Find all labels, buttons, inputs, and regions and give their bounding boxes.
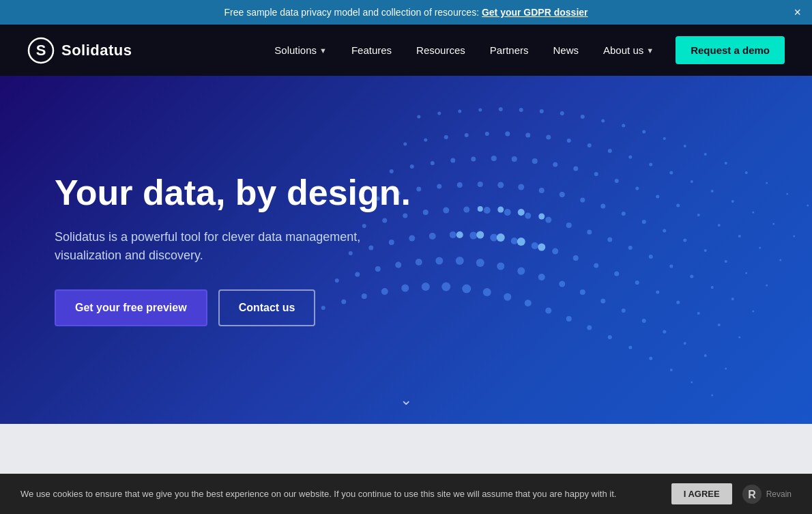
nav-item-partners[interactable]: Partners xyxy=(480,39,538,61)
svg-point-12 xyxy=(622,124,625,128)
hero-section: Your data, by design. Solidatus is a pow… xyxy=(0,76,812,424)
svg-point-26 xyxy=(484,132,489,136)
navbar-menu: Solutions ▼ Features Resources Partners … xyxy=(265,36,785,64)
svg-point-121 xyxy=(738,337,740,339)
svg-point-67 xyxy=(477,182,482,187)
svg-point-50 xyxy=(553,162,557,167)
svg-point-89 xyxy=(504,209,510,216)
svg-point-37 xyxy=(710,190,713,192)
svg-point-14 xyxy=(663,137,665,140)
svg-point-73 xyxy=(600,204,605,209)
svg-point-117 xyxy=(656,291,659,294)
svg-point-69 xyxy=(518,184,524,190)
svg-point-10 xyxy=(580,115,584,119)
svg-point-2 xyxy=(417,115,420,119)
svg-point-31 xyxy=(587,143,591,147)
hero-buttons: Get your free preview Contact us xyxy=(55,289,423,326)
svg-point-19 xyxy=(766,182,768,184)
svg-text:S: S xyxy=(36,42,46,59)
svg-point-113 xyxy=(572,255,578,261)
svg-point-28 xyxy=(525,133,530,138)
svg-point-88 xyxy=(483,207,490,214)
svg-point-114 xyxy=(594,263,598,268)
svg-point-162 xyxy=(477,206,482,212)
svg-point-57 xyxy=(697,214,699,216)
contact-us-button[interactable]: Contact us xyxy=(218,289,316,326)
banner-text: Free sample data privacy model and colle… xyxy=(224,7,480,18)
svg-point-49 xyxy=(532,158,537,164)
svg-point-154 xyxy=(566,316,571,322)
svg-point-137 xyxy=(641,319,646,323)
svg-point-32 xyxy=(607,149,611,153)
svg-point-40 xyxy=(772,223,774,225)
svg-point-21 xyxy=(807,205,809,207)
svg-point-155 xyxy=(587,326,592,330)
request-demo-button[interactable]: Request a demo xyxy=(676,36,785,64)
svg-point-41 xyxy=(793,235,795,238)
svg-point-163 xyxy=(497,207,504,213)
svg-point-13 xyxy=(642,130,646,134)
svg-point-29 xyxy=(546,135,551,140)
svg-point-120 xyxy=(717,324,720,326)
get-preview-button[interactable]: Get your free preview xyxy=(55,289,207,326)
svg-point-74 xyxy=(621,212,625,216)
svg-point-55 xyxy=(656,195,659,199)
svg-point-160 xyxy=(691,382,693,384)
svg-point-18 xyxy=(744,171,747,174)
svg-point-54 xyxy=(635,187,639,190)
svg-point-35 xyxy=(669,171,673,175)
svg-point-75 xyxy=(641,220,646,224)
logo[interactable]: S Solidatus xyxy=(27,37,132,64)
svg-point-79 xyxy=(724,260,727,263)
svg-point-16 xyxy=(704,153,706,156)
scroll-down-indicator[interactable]: ⌄ xyxy=(400,391,412,409)
banner-close-button[interactable]: × xyxy=(794,5,801,20)
svg-point-136 xyxy=(621,309,625,313)
svg-point-110 xyxy=(510,238,517,244)
top-banner: Free sample data privacy model and colle… xyxy=(0,0,812,25)
svg-point-34 xyxy=(649,163,652,167)
svg-point-9 xyxy=(560,111,564,115)
nav-item-news[interactable]: News xyxy=(544,39,589,61)
svg-point-98 xyxy=(690,275,693,279)
svg-point-101 xyxy=(752,311,754,313)
svg-point-165 xyxy=(538,214,545,220)
below-hero-section xyxy=(0,424,812,475)
svg-point-112 xyxy=(552,248,558,255)
svg-point-111 xyxy=(531,242,538,249)
svg-point-93 xyxy=(587,230,592,235)
nav-item-about[interactable]: About us ▼ xyxy=(594,39,663,61)
svg-point-116 xyxy=(635,281,639,285)
svg-point-138 xyxy=(663,330,666,334)
svg-point-56 xyxy=(676,204,680,208)
svg-point-150 xyxy=(482,288,491,296)
svg-point-156 xyxy=(607,335,611,339)
svg-point-134 xyxy=(579,289,585,295)
svg-point-135 xyxy=(600,299,605,304)
svg-point-97 xyxy=(669,265,673,268)
svg-point-157 xyxy=(628,346,632,349)
logo-icon: S xyxy=(27,37,55,64)
svg-point-72 xyxy=(580,198,585,203)
nav-item-features[interactable]: Features xyxy=(342,39,401,61)
svg-point-48 xyxy=(511,156,517,162)
svg-point-68 xyxy=(497,182,504,188)
svg-point-76 xyxy=(663,229,666,233)
svg-point-170 xyxy=(538,244,545,251)
nav-item-resources[interactable]: Resources xyxy=(407,39,475,61)
banner-link[interactable]: Get your GDPR dossier xyxy=(482,7,588,18)
svg-point-164 xyxy=(517,209,524,216)
svg-point-15 xyxy=(683,145,686,147)
nav-item-solutions[interactable]: Solutions ▼ xyxy=(265,39,336,61)
svg-point-78 xyxy=(704,249,706,252)
svg-point-4 xyxy=(458,110,461,113)
svg-point-17 xyxy=(724,162,727,165)
svg-point-60 xyxy=(759,247,761,249)
svg-point-151 xyxy=(504,294,511,301)
svg-point-6 xyxy=(498,107,502,111)
svg-point-36 xyxy=(690,180,693,183)
svg-point-53 xyxy=(614,179,618,183)
cookie-bar: We use cookies to ensure that we give yo… xyxy=(0,474,812,475)
svg-point-47 xyxy=(491,156,496,161)
logo-text: Solidatus xyxy=(61,42,132,59)
